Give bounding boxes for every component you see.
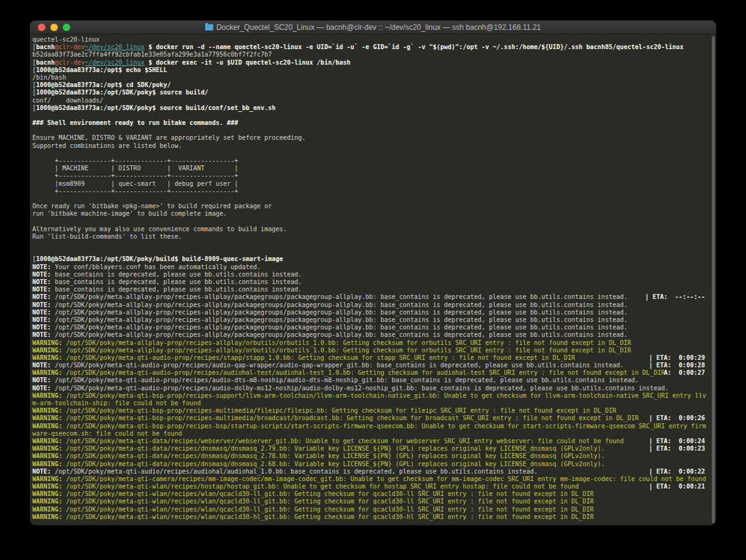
terminal-line: WARNING: /opt/SDK/poky/meta-allplay-prop… (32, 347, 711, 354)
terminal-line (32, 127, 711, 134)
folder-icon (205, 24, 213, 30)
terminal-line: WARNING: /opt/SDK/poky/meta-qti-data/rec… (32, 452, 711, 460)
terminal-line: [bacnh@clr-dev~/dev/sc20_linux $ docker … (32, 59, 711, 67)
eta-counter: | ETA: 0:00:28 (649, 362, 705, 369)
terminal-line: WARNING: /opt/SDK/poky/meta-qti-bsp-prop… (32, 423, 711, 430)
window-title: Docker_Quectel_SC20_Linux — bacnh@clr-de… (216, 23, 541, 32)
terminal-line: NOTE: /opt/SDK/poky/meta-qti-audio-prop/… (32, 377, 711, 384)
terminal-line: WARNING: /opt/SDK/poky/meta-qti-wlan/rec… (32, 483, 711, 490)
terminal-line: b52daa83f73ae2c7ffa4ff92cbfab1e33e05afa2… (32, 51, 711, 58)
terminal-line: NOTE: /opt/SDK/poky/meta-allplay-prop/re… (32, 316, 711, 324)
traffic-lights (38, 21, 70, 34)
terminal-line: [bacnh@clr-dev~/dev/sc20_linux $ docker … (32, 44, 711, 51)
terminal-line: Run 'list-build-commands' to list these. (32, 233, 711, 241)
terminal-line: Alternatively you may also use convenien… (32, 226, 711, 233)
terminal-line: WARNING: /opt/SDK/poky/meta-allplay-prop… (32, 339, 711, 347)
terminal-window: Docker_Quectel_SC20_Linux — bacnh@clr-de… (30, 21, 716, 525)
terminal-line: WARNING: /opt/SDK/poky/meta-qti-data/rec… (32, 461, 711, 468)
terminal-line: WARNING: /opt/SDK/poky/meta-qti-bsp-prop… (32, 392, 711, 400)
terminal-line: WARNING: /opt/SDK/poky/meta-qti-wlan/rec… (32, 490, 711, 498)
terminal-line: [1000@b52daa83f73a:/opt/SDK/poky$ source… (32, 104, 711, 112)
title-group: Docker_Quectel_SC20_Linux — bacnh@clr-de… (205, 23, 541, 32)
terminal-line: [1000@b52daa83f73a:/opt/SDK/poky/build$ … (32, 255, 711, 263)
terminal-line: +--------------+--------------+---------… (32, 172, 711, 180)
eta-counter: | ETA: 0:00:26 (649, 415, 705, 422)
terminal-line: WARNING: /opt/SDK/poky/meta-qti-audio-pr… (32, 354, 711, 362)
terminal-line: WARNING: /opt/SDK/poky/meta-qti-audio-pr… (32, 369, 711, 377)
eta-counter: | ETA: 0:00:29 (649, 354, 705, 362)
terminal-line: +--------------+--------------+---------… (32, 157, 711, 165)
terminal-line: +--------------+--------------+---------… (32, 188, 711, 195)
eta-counter: | ETA: 0:00:24 (649, 438, 705, 445)
terminal-line: WARNING: /opt/SDK/poky/meta-qti-wlan/rec… (32, 498, 711, 505)
terminal-line: Once ready run 'bitbake <pkg-name>' to b… (32, 203, 711, 210)
terminal-line: WARNING: /opt/SDK/poky/meta-qti-bsp-prop… (32, 407, 711, 415)
terminal-line: WARNING: /opt/SDK/poky/meta-qti-data/rec… (32, 438, 711, 445)
terminal-line: NOTE: /opt/SDK/poky/meta-qti-audio-prop/… (32, 385, 711, 392)
scrollbar[interactable] (712, 36, 715, 523)
terminal-line: conf/ downloads/ (32, 97, 711, 104)
terminal-line: [1000@b52daa83f73a:/opt/SDK/poky$ source… (32, 89, 711, 96)
terminal-line (32, 150, 711, 157)
terminal-line: NOTE: Your conf/bblayers.conf has been a… (32, 264, 711, 271)
zoom-button[interactable] (63, 24, 70, 31)
terminal-line: ### Shell environment ready to run bitak… (32, 119, 711, 127)
close-button[interactable] (38, 24, 45, 31)
terminal-line: [1000@b52daa83f73a:/opt$ echo $SHELL (32, 67, 711, 74)
terminal-line (32, 248, 711, 255)
terminal-line: /bin/bash (32, 74, 711, 81)
terminal-line: m-arm-toolchain-ship: file could not be … (32, 400, 711, 407)
terminal-line: NOTE: /opt/SDK/poky/meta-qti-audio/recip… (32, 468, 711, 475)
terminal-line: NOTE: base_contains is deprecated, pleas… (32, 271, 711, 278)
minimize-button[interactable] (50, 24, 58, 31)
terminal-line: NOTE: base_contains is deprecated, pleas… (32, 286, 711, 293)
eta-counter: | ETA: --:--:-- (645, 293, 705, 301)
terminal-line (32, 112, 711, 119)
terminal-line: NOTE: /opt/SDK/poky/meta-qti-audio-prop/… (32, 362, 711, 369)
terminal-line: [1000@b52daa83f73a:/opt$ cd SDK/poky/ (32, 81, 711, 89)
terminal-line: | MACHINE | DISTRO | VARIANT | (32, 165, 711, 172)
terminal-line: WARNING: /opt/SDK/poky/meta-qti-wlan/rec… (32, 506, 711, 513)
terminal-line: run 'bitbake machine-image' to build com… (32, 210, 711, 218)
eta-counter: | ETA: 0:00:21 (649, 483, 705, 490)
terminal-line: quectel-sc20-linux (32, 36, 711, 44)
terminal-line: WARNING: /opt/SDK/poky/meta-qti-bsp-prop… (32, 415, 711, 422)
terminal-line: NOTE: /opt/SDK/poky/meta-allplay-prop/re… (32, 324, 711, 331)
terminal-line: NOTE: /opt/SDK/poky/meta-allplay-prop/re… (32, 293, 711, 301)
eta-counter: A: 0:00:27 (664, 369, 705, 377)
eta-counter: | ETA: 0:00:22 (649, 468, 705, 475)
terminal-line: Supported combinations are listed below. (32, 142, 711, 150)
terminal-line: |msm8909 | quec-smart | debug perf user … (32, 180, 711, 188)
terminal-line: NOTE: base_contains is deprecated, pleas… (32, 278, 711, 286)
terminal-line: WARNING: /opt/SDK/poky/meta-qti-data/rec… (32, 445, 711, 452)
terminal-line: WARNING: /opt/SDK/poky/meta-qti-wlan/rec… (32, 513, 711, 521)
terminal-line (32, 241, 711, 248)
terminal-line (32, 195, 711, 203)
terminal-line: WARNING: /opt/SDK/poky/meta-qti-camera/r… (32, 475, 711, 483)
title-bar[interactable]: Docker_Quectel_SC20_Linux — bacnh@clr-de… (30, 21, 716, 34)
terminal-line: NOTE: /opt/SDK/poky/meta-allplay-prop/re… (32, 331, 711, 339)
terminal-output[interactable]: quectel-sc20-linux[bacnh@clr-dev~/dev/sc… (30, 34, 716, 525)
eta-counter: | ETA: 0:00:23 (649, 445, 705, 452)
terminal-line: ware-qseecom.sh: file could not be found (32, 430, 711, 438)
terminal-line (32, 218, 711, 226)
terminal-line: NOTE: /opt/SDK/poky/meta-allplay-prop/re… (32, 301, 711, 309)
terminal-line: NOTE: /opt/SDK/poky/meta-allplay-prop/re… (32, 309, 711, 316)
terminal-line: Ensure MACHINE, DISTRO & VARIANT are app… (32, 134, 711, 142)
